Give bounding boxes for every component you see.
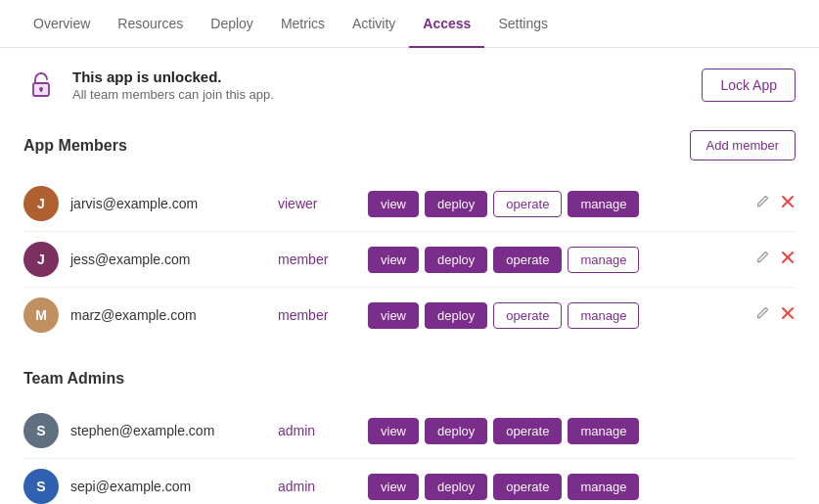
app-members-list: Jjarvis@example.comviewerviewdeployopera… xyxy=(23,176,796,343)
delete-icon[interactable] xyxy=(780,194,796,213)
perm-badge-deploy[interactable]: deploy xyxy=(425,474,487,500)
perm-badge-operate[interactable]: operate xyxy=(493,191,562,217)
tab-settings[interactable]: Settings xyxy=(484,0,562,47)
unlock-banner: This app is unlocked. All team members c… xyxy=(23,68,796,103)
navigation: Overview Resources Deploy Metrics Activi… xyxy=(0,0,819,48)
main-content: This app is unlocked. All team members c… xyxy=(0,48,819,504)
member-role: member xyxy=(278,252,356,267)
perm-badge-deploy[interactable]: deploy xyxy=(425,191,487,217)
unlock-subtitle: All team members can join this app. xyxy=(72,87,274,102)
edit-icon[interactable] xyxy=(754,305,770,325)
perm-badge-view[interactable]: view xyxy=(368,302,419,329)
member-role: admin xyxy=(278,423,356,438)
avatar: J xyxy=(23,242,59,277)
app-members-section: App Members Add member Jjarvis@example.c… xyxy=(23,130,796,343)
unlock-text: This app is unlocked. All team members c… xyxy=(72,69,274,102)
permissions-group: viewdeployoperatemanage xyxy=(368,418,796,444)
perm-badge-manage[interactable]: manage xyxy=(568,418,639,444)
tab-deploy[interactable]: Deploy xyxy=(197,0,267,47)
team-admins-list: Sstephen@example.comadminviewdeployopera… xyxy=(23,403,796,504)
member-row: Jjess@example.commemberviewdeployoperate… xyxy=(23,232,796,287)
member-role: member xyxy=(278,307,356,323)
tab-activity[interactable]: Activity xyxy=(339,0,409,47)
tab-overview[interactable]: Overview xyxy=(20,0,104,47)
perm-badge-deploy[interactable]: deploy xyxy=(425,247,487,273)
avatar: S xyxy=(23,469,59,504)
row-actions xyxy=(754,194,796,213)
app-members-title: App Members xyxy=(23,137,127,155)
tab-access[interactable]: Access xyxy=(409,0,484,47)
perm-badge-operate[interactable]: operate xyxy=(493,247,562,273)
app-members-header: App Members Add member xyxy=(23,130,796,160)
member-email: stephen@example.com xyxy=(70,423,266,438)
member-email: jess@example.com xyxy=(70,252,266,267)
perm-badge-view[interactable]: view xyxy=(368,191,419,217)
permissions-group: viewdeployoperatemanage xyxy=(368,191,735,217)
row-actions xyxy=(754,305,796,325)
avatar: S xyxy=(23,413,59,448)
perm-badge-manage[interactable]: manage xyxy=(568,302,639,329)
avatar: M xyxy=(23,298,59,333)
perm-badge-view[interactable]: view xyxy=(368,474,419,500)
delete-icon[interactable] xyxy=(780,305,796,325)
avatar: J xyxy=(23,186,59,221)
perm-badge-deploy[interactable]: deploy xyxy=(425,302,487,329)
perm-badge-view[interactable]: view xyxy=(368,418,419,444)
unlock-info: This app is unlocked. All team members c… xyxy=(23,68,274,103)
permissions-group: viewdeployoperatemanage xyxy=(368,474,796,500)
member-row: Ssepi@example.comadminviewdeployoperatem… xyxy=(23,459,796,504)
permissions-group: viewdeployoperatemanage xyxy=(368,247,735,273)
delete-icon[interactable] xyxy=(780,250,796,269)
member-email: sepi@example.com xyxy=(70,479,266,494)
member-row: Mmarz@example.commemberviewdeployoperate… xyxy=(23,288,796,343)
member-row: Jjarvis@example.comviewerviewdeployopera… xyxy=(23,176,796,231)
edit-icon[interactable] xyxy=(754,194,770,213)
member-role: admin xyxy=(278,479,356,494)
unlock-icon xyxy=(23,68,59,103)
edit-icon[interactable] xyxy=(754,250,770,269)
perm-badge-deploy[interactable]: deploy xyxy=(425,418,487,444)
team-admins-title: Team Admins xyxy=(23,370,796,388)
unlock-title: This app is unlocked. xyxy=(72,69,274,85)
perm-badge-view[interactable]: view xyxy=(368,247,419,273)
member-role: viewer xyxy=(278,196,356,211)
perm-badge-manage[interactable]: manage xyxy=(568,247,639,273)
permissions-group: viewdeployoperatemanage xyxy=(368,302,735,329)
member-row: Sstephen@example.comadminviewdeployopera… xyxy=(23,403,796,458)
perm-badge-manage[interactable]: manage xyxy=(568,474,639,500)
add-member-button[interactable]: Add member xyxy=(690,130,796,160)
svg-rect-3 xyxy=(40,89,42,92)
tab-metrics[interactable]: Metrics xyxy=(267,0,339,47)
perm-badge-operate[interactable]: operate xyxy=(493,418,562,444)
lock-app-button[interactable]: Lock App xyxy=(702,69,796,102)
perm-badge-manage[interactable]: manage xyxy=(568,191,639,217)
team-admins-section: Team Admins Sstephen@example.comadminvie… xyxy=(23,370,796,504)
row-actions xyxy=(754,250,796,269)
member-email: marz@example.com xyxy=(70,307,266,323)
tab-resources[interactable]: Resources xyxy=(104,0,197,47)
member-email: jarvis@example.com xyxy=(70,196,266,211)
perm-badge-operate[interactable]: operate xyxy=(493,302,562,329)
perm-badge-operate[interactable]: operate xyxy=(493,474,562,500)
